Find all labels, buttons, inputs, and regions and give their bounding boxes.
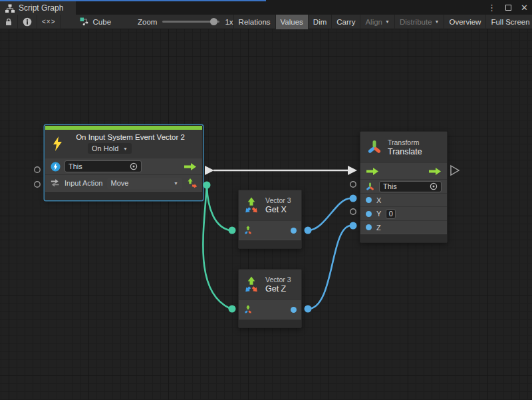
x-input-endpoint[interactable] <box>350 195 357 202</box>
getz-output-endpoint[interactable] <box>305 305 312 313</box>
node-footer <box>45 191 202 200</box>
getx-output-endpoint[interactable] <box>305 227 312 234</box>
lock-icon <box>5 17 13 27</box>
control-output-arrow-icon[interactable] <box>184 162 197 171</box>
node-title: Translate <box>388 147 422 156</box>
this-value: This <box>383 182 397 190</box>
control-wire-start-arrow <box>205 166 214 175</box>
node-get-x[interactable]: Vector 3 Get X <box>238 190 302 249</box>
translate-y-unconnected-port[interactable] <box>350 209 356 214</box>
object-picker-icon[interactable] <box>430 182 438 190</box>
port-label-z: Z <box>376 224 381 232</box>
align-dropdown[interactable]: Align▼ <box>360 15 395 29</box>
dim-button[interactable]: Dim <box>309 15 332 29</box>
getx-input-endpoint[interactable] <box>229 227 236 234</box>
event-action-unconnected-port[interactable] <box>35 182 40 187</box>
zoom-slider[interactable] <box>162 21 219 23</box>
input-action-value: Move <box>111 179 129 187</box>
y-value-field[interactable]: 0 <box>386 209 396 219</box>
node-category: Vector 3 <box>265 276 291 284</box>
vector2-output-endpoint[interactable] <box>203 182 211 189</box>
transform-icon <box>367 140 382 154</box>
tab-title: Script Graph <box>19 3 63 13</box>
translate-z-row: Z <box>360 220 447 234</box>
getz-to-z-wire <box>308 226 350 309</box>
code-view-button[interactable]: <×> <box>37 15 61 29</box>
zoom-value: 1x <box>225 18 233 26</box>
node-footer <box>360 234 447 242</box>
event-mode-value: On Hold <box>92 144 118 152</box>
float-output-port[interactable] <box>291 307 297 313</box>
close-icon[interactable]: ✕ <box>521 1 528 15</box>
event-mode-dropdown[interactable]: On Hold ▼ <box>88 143 132 154</box>
inspector-button[interactable] <box>18 15 37 29</box>
node-title: On Input System Event Vector 2 <box>64 133 197 141</box>
vector2-to-getz-wire <box>203 185 229 308</box>
chevron-down-icon: ▼ <box>123 146 128 151</box>
chevron-down-icon: ▼ <box>174 181 178 186</box>
graph-icon <box>5 4 15 13</box>
node-get-z[interactable]: Vector 3 Get Z <box>238 269 302 328</box>
vector2-output-port-icon[interactable] <box>186 178 197 188</box>
distribute-dropdown[interactable]: Distribute▼ <box>395 15 445 29</box>
chevron-down-icon: ▼ <box>435 19 440 24</box>
getz-input-endpoint[interactable] <box>229 305 236 313</box>
event-this-unconnected-port[interactable] <box>35 167 40 172</box>
vector3-input-port-icon[interactable] <box>243 305 253 314</box>
values-button[interactable]: Values <box>276 15 309 29</box>
maximize-icon[interactable] <box>505 1 511 15</box>
z-input-endpoint[interactable] <box>350 222 357 230</box>
graph-toolbar: <×> Cube Zoom 1x Relations Values Dim Ca… <box>0 15 532 29</box>
vector3-input-port-icon[interactable] <box>243 226 253 235</box>
node-category: Vector 3 <box>265 196 291 204</box>
vector3-icon <box>243 276 260 294</box>
control-output-arrow-icon[interactable] <box>428 167 442 176</box>
subgraph-icon <box>80 17 90 26</box>
getx-to-x-wire <box>308 198 350 230</box>
this-value: This <box>68 162 82 170</box>
get-z-port-row <box>239 300 301 319</box>
relations-button[interactable]: Relations <box>233 15 276 29</box>
lock-button[interactable] <box>0 15 18 29</box>
x-input-port[interactable] <box>366 197 372 203</box>
zoom-control: Zoom 1x <box>138 18 233 26</box>
input-action-dropdown[interactable]: Move ▼ <box>107 178 183 189</box>
translate-this-row: This <box>360 179 447 193</box>
float-output-port[interactable] <box>291 228 297 234</box>
menu-icon[interactable]: ⋮ <box>487 1 496 15</box>
overview-button[interactable]: Overview <box>444 15 486 29</box>
zoom-slider-handle[interactable] <box>210 18 217 25</box>
input-action-label: Input Action <box>65 179 103 187</box>
node-translate[interactable]: Transform Translate This <box>360 131 448 243</box>
control-wire-end-arrow <box>348 166 357 175</box>
vector2-to-getx-wire <box>207 185 229 230</box>
translate-x-row: X <box>360 193 447 206</box>
node-footer <box>239 240 301 248</box>
control-input-arrow-icon[interactable] <box>366 167 379 176</box>
breadcrumb[interactable]: Cube <box>80 17 112 26</box>
translate-y-row: Y 0 <box>360 206 447 220</box>
event-this-field[interactable]: This <box>65 160 142 172</box>
window-controls: ⋮ ✕ <box>487 1 528 15</box>
node-category: Transform <box>388 138 422 146</box>
translate-this-field[interactable]: This <box>379 181 442 192</box>
script-graph-window: Script Graph ⋮ ✕ <×> <box>0 0 532 400</box>
event-action-row: Input Action Move ▼ <box>45 174 202 191</box>
toolbar-toggles: Relations Values Dim Carry Align▼ Distri… <box>233 15 532 29</box>
object-picker-icon[interactable] <box>130 162 138 170</box>
tab-script-graph[interactable]: Script Graph <box>0 1 76 15</box>
chevron-down-icon: ▼ <box>385 19 390 24</box>
y-input-port[interactable] <box>366 211 372 217</box>
fullscreen-button[interactable]: Full Screen <box>486 15 532 29</box>
tab-bar: Script Graph ⋮ ✕ <box>0 0 532 15</box>
carry-button[interactable]: Carry <box>332 15 360 29</box>
node-title: Get X <box>265 205 291 214</box>
control-continuation-triangle[interactable] <box>451 166 459 175</box>
z-input-port[interactable] <box>366 224 372 230</box>
node-title: Get Z <box>265 284 291 294</box>
graph-canvas[interactable]: On Input System Event Vector 2 On Hold ▼… <box>0 29 532 400</box>
node-on-input-system-event[interactable]: On Input System Event Vector 2 On Hold ▼… <box>45 125 203 200</box>
input-system-icon <box>51 162 61 172</box>
translate-this-unconnected-port[interactable] <box>350 182 356 187</box>
transform-input-port-icon[interactable] <box>366 182 374 191</box>
